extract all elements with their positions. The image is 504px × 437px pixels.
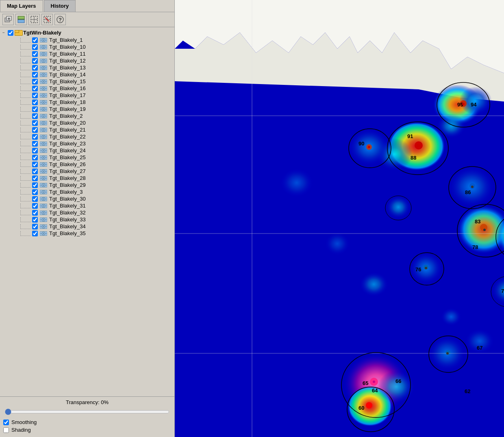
layer-item-label: Tgt_Blakely_28 (49, 175, 86, 181)
svg-point-83 (43, 129, 44, 130)
layer-item[interactable]: Tgt_Blakely_10 (0, 43, 174, 50)
layer-item[interactable]: Tgt_Blakely_15 (0, 78, 174, 85)
layer-item[interactable]: Tgt_Blakely_30 (0, 195, 174, 202)
smoothing-row: Smoothing (3, 419, 171, 425)
layer-checkbox[interactable] (32, 58, 38, 64)
remove-button[interactable] (41, 14, 53, 25)
layer-item-label: Tgt_Blakely_33 (49, 216, 86, 223)
layer-checkbox[interactable] (32, 217, 38, 223)
layer-checkbox[interactable] (32, 189, 38, 195)
tab-history[interactable]: History (44, 0, 76, 12)
smoothing-checkbox[interactable] (3, 420, 9, 425)
layer-item[interactable]: Tgt_Blakely_16 (0, 85, 174, 92)
target-icon (40, 58, 47, 64)
svg-point-63 (43, 102, 44, 103)
layer-checkbox[interactable] (32, 79, 38, 84)
layer-item[interactable]: Tgt_Blakely_29 (0, 182, 174, 188)
layer-item[interactable]: Tgt_Blakely_13 (0, 64, 174, 71)
tree-items: Tgt_Blakely_1 Tgt_Blakely_10 Tgt_Blakely… (0, 37, 174, 237)
help-button[interactable]: ? (54, 14, 66, 25)
shading-checkbox[interactable] (3, 427, 9, 433)
layer-checkbox[interactable] (32, 113, 38, 119)
layer-checkbox[interactable] (32, 100, 38, 105)
target-icon (40, 79, 47, 84)
layer-tree[interactable]: − TgtWin-Blakely Tgt_Blakely_1 (0, 27, 174, 396)
map-panel[interactable]: 95 94 91 90 88 86 83 81 82 80 79 78 76 7… (175, 0, 504, 437)
layer-item[interactable]: Tgt_Blakely_32 (0, 209, 174, 216)
layer-checkbox[interactable] (32, 203, 38, 209)
layer-item[interactable]: Tgt_Blakely_18 (0, 99, 174, 106)
layer-item[interactable]: Tgt_Blakely_17 (0, 92, 174, 99)
add-layer-icon (4, 15, 12, 24)
layer-checkbox[interactable] (32, 148, 38, 154)
layer-checkbox[interactable] (32, 196, 38, 202)
layer-item[interactable]: Tgt_Blakely_19 (0, 106, 174, 112)
label-78: 78 (472, 244, 478, 250)
group-label: TgtWin-Blakely (23, 30, 61, 36)
layer-checkbox[interactable] (32, 210, 38, 216)
layer-checkbox[interactable] (32, 93, 38, 98)
layer-checkbox[interactable] (32, 175, 38, 181)
layer-item[interactable]: Tgt_Blakely_22 (0, 133, 174, 140)
select-button[interactable] (28, 14, 40, 25)
svg-point-227 (483, 229, 486, 231)
tab-map-layers[interactable]: Map Layers (0, 0, 43, 12)
layer-item-label: Tgt_Blakely_14 (49, 71, 86, 78)
layer-checkbox[interactable] (32, 127, 38, 133)
layer-checkbox[interactable] (32, 169, 38, 174)
layer-checkbox[interactable] (32, 106, 38, 112)
layer-item[interactable]: Tgt_Blakely_34 (0, 223, 174, 230)
layer-item[interactable]: Tgt_Blakely_12 (0, 57, 174, 64)
layer-checkbox[interactable] (32, 231, 38, 236)
layer-item-label: Tgt_Blakely_29 (49, 182, 86, 188)
layer-item[interactable]: Tgt_Blakely_25 (0, 154, 174, 161)
layer-item[interactable]: Tgt_Blakely_31 (0, 202, 174, 209)
svg-point-33 (43, 60, 44, 61)
layer-checkbox[interactable] (32, 72, 38, 78)
layer-checkbox[interactable] (32, 162, 38, 167)
layer-item[interactable]: Tgt_Blakely_33 (0, 216, 174, 223)
add-layer-button[interactable] (2, 14, 14, 25)
layer-item[interactable]: Tgt_Blakely_14 (0, 71, 174, 78)
svg-point-201 (325, 232, 350, 255)
layer-group-icon (17, 15, 25, 24)
layer-checkbox[interactable] (32, 182, 38, 188)
layer-item[interactable]: Tgt_Blakely_23 (0, 140, 174, 147)
transparency-slider-row (3, 408, 171, 416)
layer-item-label: Tgt_Blakely_2 (49, 113, 83, 119)
layer-item[interactable]: Tgt_Blakely_35 (0, 230, 174, 237)
layer-item[interactable]: Tgt_Blakely_24 (0, 147, 174, 154)
target-icon (40, 113, 47, 119)
layer-checkbox[interactable] (32, 51, 38, 57)
tree-connector (20, 72, 31, 77)
layer-checkbox[interactable] (32, 155, 38, 160)
layer-checkbox[interactable] (32, 37, 38, 43)
layer-group-button[interactable] (15, 14, 27, 25)
layer-checkbox[interactable] (32, 134, 38, 140)
bottom-panel: Transparency: 0% Smoothing Shading (0, 396, 174, 437)
expand-icon[interactable]: − (1, 30, 7, 35)
layer-group-header[interactable]: − TgtWin-Blakely (0, 29, 174, 37)
layer-checkbox[interactable] (32, 224, 38, 229)
svg-point-58 (43, 95, 44, 96)
layer-item[interactable]: Tgt_Blakely_3 (0, 188, 174, 195)
tab-bar: Map Layers History (0, 0, 174, 12)
layer-item[interactable]: Tgt_Blakely_26 (0, 161, 174, 168)
layer-item[interactable]: Tgt_Blakely_21 (0, 126, 174, 133)
group-checkbox[interactable] (8, 30, 13, 36)
layer-item[interactable]: Tgt_Blakely_11 (0, 50, 174, 57)
layer-item[interactable]: Tgt_Blakely_20 (0, 119, 174, 126)
tree-connector (20, 79, 31, 84)
transparency-slider[interactable] (5, 409, 169, 415)
label-67: 67 (477, 345, 482, 351)
layer-checkbox[interactable] (32, 86, 38, 91)
layer-item[interactable]: Tgt_Blakely_28 (0, 175, 174, 182)
layer-checkbox[interactable] (32, 65, 38, 71)
layer-item[interactable]: Tgt_Blakely_27 (0, 168, 174, 175)
layer-checkbox[interactable] (32, 141, 38, 147)
layer-item[interactable]: Tgt_Blakely_2 (0, 112, 174, 119)
layer-checkbox[interactable] (32, 44, 38, 50)
layer-checkbox[interactable] (32, 120, 38, 126)
svg-point-200 (280, 169, 313, 197)
layer-item[interactable]: Tgt_Blakely_1 (0, 37, 174, 43)
